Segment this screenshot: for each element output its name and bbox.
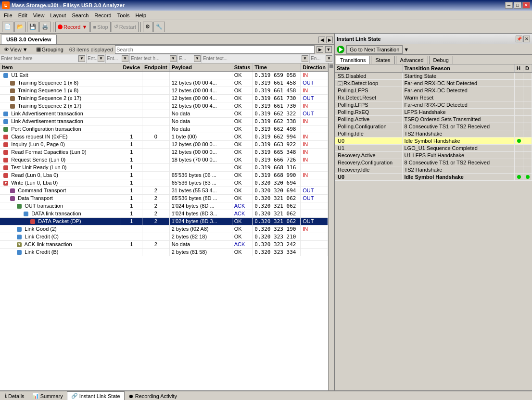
- states-table-row[interactable]: U1 LGO_U1 Sequence Completed: [335, 145, 532, 152]
- cell-endpoint: [142, 71, 170, 79]
- table-row[interactable]: DATA link transaction 1 2 1'024 bytes (8…: [0, 210, 328, 217]
- states-table-row[interactable]: Recovery.Configuration 8 Consecutive TS1…: [335, 159, 532, 166]
- states-table-row[interactable]: Polling.LFPS Far-end RRX-DC Detected: [335, 87, 532, 94]
- panel-tab-summary[interactable]: 📊 Summary: [28, 392, 67, 400]
- tab-transitions[interactable]: Transitions: [336, 56, 370, 64]
- table-row[interactable]: Inquiry (Lun 0, Page 0) 1 12 bytes (00 8…: [0, 140, 328, 148]
- cell-time: 0.320 323 334: [253, 248, 301, 256]
- states-table-row[interactable]: Recovery.Idle TS2 Handshake: [335, 166, 532, 174]
- tab-advanced[interactable]: Advanced: [396, 56, 428, 64]
- table-row[interactable]: Training Sequence 1 (x 8) 12 bytes (00 0…: [0, 87, 328, 94]
- table-row[interactable]: Port Configuration transaction No data O…: [0, 125, 328, 133]
- main-table-container[interactable]: Item Device Endpoint Payload Status Time…: [0, 63, 328, 390]
- states-table-row[interactable]: Polling.LFPS Far-end RRX-DC Detected: [335, 101, 532, 109]
- restart-icon: ↺: [114, 24, 118, 30]
- menu-help[interactable]: Help: [132, 12, 149, 19]
- filter-dir-dropdown[interactable]: ▼: [326, 55, 332, 62]
- states-table-row[interactable]: Polling.RxEQ LFPS Handshake: [335, 109, 532, 116]
- open-button[interactable]: 📂: [14, 22, 26, 32]
- view-dropdown[interactable]: 👁 View ▼: [2, 46, 30, 53]
- save-button[interactable]: 💾: [27, 22, 38, 32]
- menu-file[interactable]: File: [1, 12, 15, 19]
- states-table-container[interactable]: State Transition Reason H D S5.Disabled …: [335, 64, 532, 390]
- filter-payload-input[interactable]: [131, 56, 170, 61]
- table-row[interactable]: DATA Packet (DP) 1 2 1'024 bytes (8D 3..…: [0, 217, 328, 225]
- panel-tab-ils[interactable]: 🔗 Instant Link State: [67, 391, 125, 400]
- table-row[interactable]: Class request IN (0xFE) 1 0 1 byte (00) …: [0, 133, 328, 140]
- table-row[interactable]: ▼ ACK link transaction 1 2 No data ACK 0…: [0, 240, 328, 248]
- table-row[interactable]: Link Advertisement transaction No data O…: [0, 117, 328, 125]
- panel-tab-details[interactable]: ℹ Details: [1, 392, 28, 400]
- filter-payload-dropdown[interactable]: ▼: [170, 55, 177, 62]
- states-table-row[interactable]: -Rx.Detect loop Far-end RRX-DC Not Detec…: [335, 80, 532, 87]
- table-row[interactable]: Test Unit Ready (Lun 0) 1 OK 0.319 668 1…: [0, 163, 328, 171]
- table-row[interactable]: Read Format Capacities (Lun 0) 1 12 byte…: [0, 148, 328, 156]
- menu-tools[interactable]: Tools: [114, 12, 133, 19]
- tab-left-button[interactable]: ◀: [318, 37, 325, 43]
- record-button[interactable]: Record ▼: [55, 22, 89, 32]
- filter-item-dropdown[interactable]: ▼: [78, 55, 85, 62]
- table-row[interactable]: Training Sequence 2 (x 17) 12 bytes (00 …: [0, 94, 328, 102]
- filter-time-input[interactable]: [203, 56, 302, 61]
- filter-device-input[interactable]: [88, 56, 98, 61]
- states-table-row[interactable]: Rx.Detect.Reset Warm Reset: [335, 94, 532, 101]
- table-row[interactable]: Link Credit (C) 2 bytes (82 18) OK 0.320…: [0, 233, 328, 240]
- print-button[interactable]: 🖨️: [39, 22, 51, 32]
- states-table-row[interactable]: Polling.Configuration 8 Consecutive TS1 …: [335, 123, 532, 130]
- table-row[interactable]: Request Sense (Lun 0) 1 18 bytes (70 00 …: [0, 156, 328, 163]
- ils-pin-button[interactable]: 📌: [516, 36, 522, 42]
- tab-states[interactable]: States: [371, 56, 394, 64]
- maximize-button[interactable]: □: [514, 2, 521, 9]
- filter-endpoint-dropdown[interactable]: ▼: [122, 55, 128, 62]
- menu-layout[interactable]: Layout: [47, 12, 69, 19]
- cell-time: 0.319 665 348: [253, 148, 301, 156]
- states-table-row[interactable]: U0 Idle Symbol Handshake: [335, 174, 532, 181]
- table-row[interactable]: Read (Lun 0, Lba 0) 1 65'536 bytes (06 .…: [0, 171, 328, 179]
- filter-dir-input[interactable]: [311, 56, 326, 61]
- filter-status-dropdown[interactable]: ▼: [194, 55, 201, 62]
- table-row[interactable]: Link Credit (B) 2 bytes (81 58) OK 0.320…: [0, 248, 328, 256]
- cell-status: OK: [232, 71, 253, 79]
- minimize-button[interactable]: ─: [505, 2, 513, 9]
- go-next-transition-button[interactable]: Go to Next Transition: [346, 45, 403, 54]
- table-row[interactable]: Training Sequence 1 (x 8) 12 bytes (00 0…: [0, 79, 328, 87]
- tab-right-button[interactable]: ▶: [326, 37, 333, 43]
- table-row[interactable]: U1 Exit OK 0.319 659 058 IN: [0, 71, 328, 79]
- table-row[interactable]: ▼ Write (Lun 0, Lba 0) 1 65'536 bytes (8…: [0, 179, 328, 187]
- filter-device-dropdown[interactable]: ▼: [98, 55, 104, 62]
- new-button[interactable]: 📄: [2, 22, 13, 32]
- table-row[interactable]: Link Good (2) 2 bytes (f02 A8) OK 0.320 …: [0, 225, 328, 233]
- states-table-row[interactable]: S5.Disabled Starting State: [335, 73, 532, 80]
- table-row[interactable]: Data Transport 1 2 65'536 bytes (8D ... …: [0, 194, 328, 202]
- filter-button[interactable]: 🔧: [153, 22, 165, 32]
- filter-item-input[interactable]: [1, 56, 78, 61]
- menu-search[interactable]: Search: [69, 12, 91, 19]
- close-button[interactable]: ✕: [522, 2, 530, 9]
- search-go-button[interactable]: ▶: [317, 46, 323, 53]
- table-row[interactable]: Link Advertisement transaction No data O…: [0, 110, 328, 117]
- states-table-row[interactable]: Polling.Active TSEQ Ordered Sets Transmi…: [335, 116, 532, 123]
- menu-view[interactable]: View: [30, 12, 48, 19]
- tab-usb-overview[interactable]: USB 3.0 Overview: [1, 35, 57, 44]
- stop-button[interactable]: ■ Stop: [90, 22, 110, 32]
- filter-status-input[interactable]: [179, 56, 194, 61]
- menu-edit[interactable]: Edit: [15, 12, 30, 19]
- grouping-dropdown[interactable]: ▦ Grouping: [34, 46, 65, 53]
- restart-button[interactable]: ↺ Restart: [112, 22, 139, 32]
- cell-item: Link Advertisement transaction: [0, 117, 121, 125]
- states-table-row[interactable]: Polling.Idle TS2 Handshake: [335, 130, 532, 138]
- filter-time-dropdown[interactable]: ▼: [302, 55, 308, 62]
- settings-button[interactable]: ⚙: [143, 22, 152, 32]
- panel-tab-recording[interactable]: ⏺ Recording Activity: [125, 392, 181, 400]
- filter-endpoint-input[interactable]: [107, 56, 122, 61]
- menu-record[interactable]: Record: [91, 12, 114, 19]
- tab-debug[interactable]: Debug: [429, 56, 453, 64]
- ils-close-button[interactable]: ✕: [523, 36, 530, 42]
- advanced-search-button[interactable]: ▼: [325, 46, 332, 53]
- states-table-row[interactable]: Recovery.Active U1 LFPS Exit Handshake: [335, 152, 532, 159]
- table-row[interactable]: OUT transaction 1 2 1'024 bytes (8D ... …: [0, 202, 328, 210]
- states-table-row[interactable]: U0 Idle Symbol Handshake: [335, 138, 532, 145]
- table-row[interactable]: Command Transport 1 2 31 bytes (55 53 4.…: [0, 187, 328, 194]
- search-input[interactable]: [115, 45, 315, 54]
- table-row[interactable]: Training Sequence 2 (x 17) 12 bytes (00 …: [0, 102, 328, 110]
